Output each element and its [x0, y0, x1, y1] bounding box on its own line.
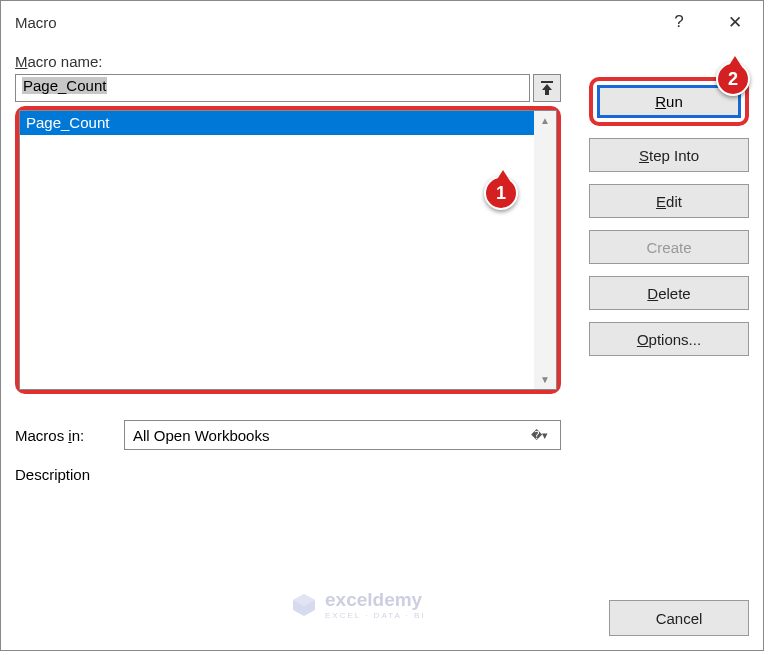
titlebar: Macro ? ✕	[1, 1, 763, 43]
macro-dialog: Macro ? ✕ Macro name: Page_Count	[0, 0, 764, 651]
macros-in-select[interactable]: All Open Workbooks �▾	[124, 420, 561, 450]
close-button[interactable]: ✕	[707, 1, 763, 43]
watermark-logo: exceldemy EXCEL · DATA · BI	[291, 589, 426, 620]
edit-button[interactable]: Edit	[589, 184, 749, 218]
goto-macro-button[interactable]	[533, 74, 561, 102]
hex-icon	[291, 592, 317, 618]
button-column: Run Step Into Edit Create Delete Options…	[589, 77, 749, 356]
help-button[interactable]: ?	[651, 1, 707, 43]
step-into-button[interactable]: Step Into	[589, 138, 749, 172]
macro-listbox[interactable]: Page_Count ▲ ▼	[19, 110, 557, 390]
list-item[interactable]: Page_Count	[20, 111, 534, 135]
dialog-title: Macro	[15, 14, 57, 31]
macro-name-label: Macro name:	[15, 53, 561, 70]
svg-rect-0	[541, 81, 553, 83]
watermark-text: exceldemy	[325, 589, 426, 611]
annotation-badge-2: 2	[716, 62, 750, 96]
scrollbar[interactable]: ▲ ▼	[534, 111, 556, 389]
macro-name-input[interactable]: Page_Count	[15, 74, 530, 102]
arrow-to-top-icon	[541, 81, 553, 95]
cancel-button[interactable]: Cancel	[609, 600, 749, 636]
options-button[interactable]: Options...	[589, 322, 749, 356]
chevron-down-icon: �▾	[526, 422, 552, 448]
select-value: All Open Workbooks	[133, 427, 269, 444]
description-label: Description	[15, 466, 561, 483]
macros-in-label: Macros in:	[15, 427, 110, 444]
macro-list-highlight: Page_Count ▲ ▼	[15, 106, 561, 394]
delete-button[interactable]: Delete	[589, 276, 749, 310]
annotation-badge-1: 1	[484, 176, 518, 210]
create-button: Create	[589, 230, 749, 264]
watermark-sub: EXCEL · DATA · BI	[325, 611, 426, 620]
scroll-down-icon: ▼	[540, 374, 550, 385]
scroll-up-icon: ▲	[540, 115, 550, 126]
dialog-content: Macro name: Page_Count	[1, 43, 763, 650]
